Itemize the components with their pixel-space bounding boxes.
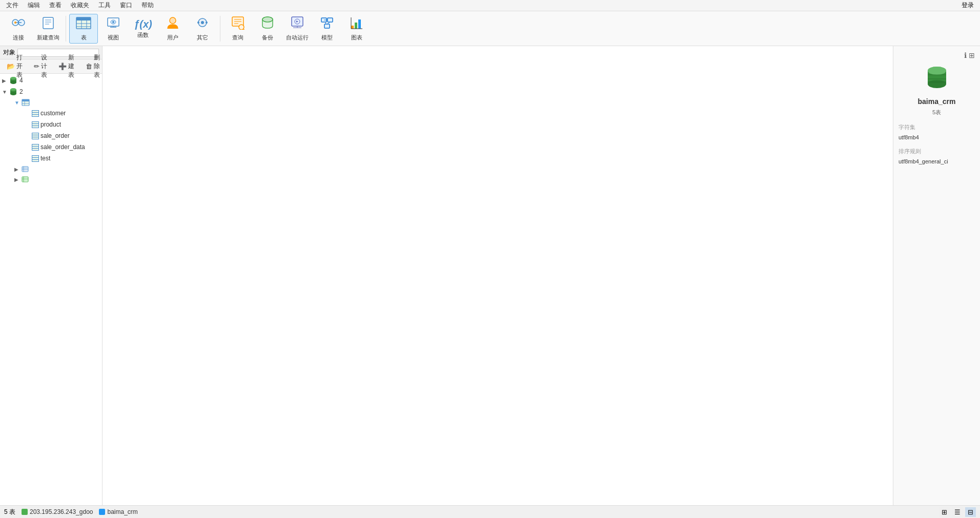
right-panel-db-icon: [899, 65, 975, 90]
toolbar-backup-label: 备份: [262, 34, 273, 42]
tables-group: ▼ customer: [0, 97, 102, 184]
function-icon: ƒ(x): [134, 18, 152, 30]
info-icon[interactable]: ℹ: [964, 51, 967, 59]
tables-group-icon: [22, 99, 30, 106]
db-dot: [99, 509, 105, 515]
table-icon-sale-order: [32, 133, 39, 139]
toolbar-autorun[interactable]: 自动运行: [283, 14, 312, 44]
svg-point-19: [170, 17, 176, 24]
table-sale-order-label: sale_order: [40, 132, 70, 139]
menu-view[interactable]: 查看: [45, 0, 66, 11]
new-table-btn[interactable]: ➕ 新建表: [55, 61, 78, 72]
tree-node-2[interactable]: ▼ 2: [0, 86, 102, 97]
design-table-btn[interactable]: ✏ 设计表: [30, 61, 51, 72]
table-icon-sale-order-data: [32, 144, 39, 151]
menu-tools[interactable]: 工具: [94, 0, 115, 11]
view-list-btn[interactable]: ☰: [952, 507, 963, 517]
svg-point-21: [201, 21, 204, 24]
backup-icon: [260, 15, 275, 33]
statusbar-connection-label: 203.195.236.243_gdoo: [30, 508, 93, 515]
table-sale-order[interactable]: sale_order: [23, 130, 102, 141]
svg-point-74: [928, 67, 946, 75]
right-panel-db-name: baima_crm: [899, 97, 975, 106]
toolbar-new-query[interactable]: 新建查询: [34, 14, 63, 44]
func-group-header[interactable]: ▶: [14, 174, 102, 184]
connection-dot: [22, 509, 28, 515]
table-sale-order-data-label: sale_order_data: [40, 143, 85, 151]
svg-point-56: [10, 88, 16, 91]
svg-point-3: [14, 22, 16, 24]
menu-help[interactable]: 帮助: [137, 0, 158, 11]
other-icon: [195, 15, 210, 33]
user-icon: [166, 15, 180, 33]
table-customer[interactable]: customer: [23, 108, 102, 119]
db-icon-1: [9, 76, 17, 85]
func-group-arrow: ▶: [14, 177, 22, 182]
new-table-icon: ➕: [58, 63, 67, 70]
toolbar-function[interactable]: ƒ(x) 函数: [129, 14, 157, 44]
toolbar: 连接 新建查询 表: [0, 11, 980, 46]
svg-rect-63: [22, 167, 28, 172]
content-main: [103, 46, 893, 505]
sidebar-tree: ▶ 4 ▼: [0, 74, 102, 505]
table-test[interactable]: test: [23, 153, 102, 164]
svg-rect-44: [358, 19, 361, 29]
open-table-btn[interactable]: 📂 打开表: [3, 61, 26, 72]
statusbar-view-btns: ⊞ ☰ ⊟: [939, 507, 976, 517]
toolbar-connect-label: 连接: [13, 34, 24, 42]
svg-rect-4: [43, 17, 53, 29]
svg-rect-42: [351, 26, 354, 29]
svg-point-31: [262, 17, 273, 22]
toolbar-view[interactable]: 视图: [99, 14, 128, 44]
toolbar-query[interactable]: 查询: [223, 14, 252, 44]
statusbar-table-count: 5 表: [4, 508, 15, 516]
toolbar-table[interactable]: 表: [69, 14, 98, 44]
view-grid-btn[interactable]: ⊞: [939, 507, 950, 517]
connect-icon: [11, 15, 26, 33]
tree-node-1[interactable]: ▶ 4: [0, 75, 102, 86]
autorun-icon: [290, 15, 304, 33]
view-detail-btn[interactable]: ⊟: [965, 507, 976, 517]
sidebar-object-label: 对象: [3, 48, 15, 57]
edit-panel-icon[interactable]: ⊞: [969, 51, 975, 59]
toolbar-query-label: 查询: [232, 34, 243, 42]
chart-icon: [350, 15, 364, 33]
toolbar-chart[interactable]: 图表: [342, 14, 371, 44]
table-test-label: test: [40, 155, 50, 162]
func-group-icon: [22, 176, 29, 183]
sidebar-header: 对象: [0, 46, 102, 59]
new-query-icon: [41, 15, 55, 33]
toolbar-connect[interactable]: 连接: [4, 14, 33, 44]
svg-rect-60: [22, 99, 29, 101]
menu-edit[interactable]: 编辑: [24, 0, 44, 11]
menu-favorites[interactable]: 收藏夹: [67, 0, 93, 11]
delete-icon: 🗑: [86, 63, 92, 70]
view-group-icon: [22, 165, 29, 173]
svg-point-23: [206, 22, 208, 24]
toolbar-other[interactable]: 其它: [188, 14, 217, 44]
toolbar-sep-2: [220, 16, 220, 42]
login-button[interactable]: 登录: [957, 0, 978, 11]
table-sale-order-data[interactable]: sale_order_data: [23, 141, 102, 153]
table-items: customer product sale_order: [14, 108, 102, 164]
toolbar-user[interactable]: 用户: [158, 14, 187, 44]
toolbar-model[interactable]: 模型: [313, 14, 341, 44]
toolbar-autorun-label: 自动运行: [286, 34, 309, 42]
toolbar-backup[interactable]: 备份: [253, 14, 282, 44]
toolbar-user-label: 用户: [167, 34, 178, 42]
table-product[interactable]: product: [23, 119, 102, 130]
svg-rect-37: [328, 18, 333, 22]
menubar: 文件 编辑 查看 收藏夹 工具 窗口 帮助 登录: [0, 0, 980, 11]
sidebar-search-input[interactable]: [17, 49, 99, 57]
menu-file[interactable]: 文件: [2, 0, 23, 11]
menu-window[interactable]: 窗口: [116, 0, 136, 11]
db-cylinder-icon: [924, 65, 950, 90]
toolbar-function-label: 函数: [137, 31, 149, 39]
toolbar-table-label: 表: [81, 34, 87, 42]
tables-group-header[interactable]: ▼: [14, 97, 102, 108]
statusbar: 5 表 203.195.236.243_gdoo baima_crm ⊞ ☰ ⊟: [0, 505, 980, 518]
delete-table-btn[interactable]: 🗑 删除表: [82, 61, 103, 72]
view-icon: [106, 15, 120, 33]
view-group-header[interactable]: ▶: [14, 164, 102, 174]
right-panel-collation-value: utf8mb4_general_ci: [899, 158, 975, 164]
